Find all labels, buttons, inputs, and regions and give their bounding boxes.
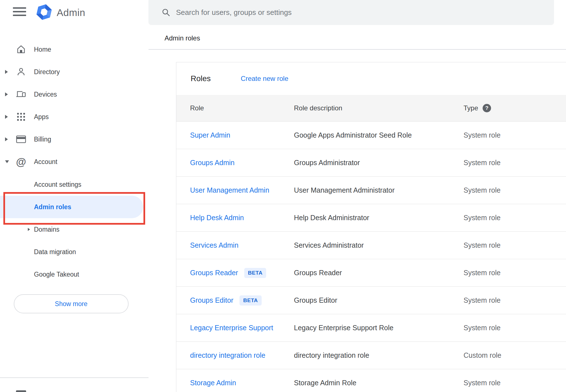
roles-title: Roles [191,74,211,83]
role-link[interactable]: User Management Admin [190,186,269,194]
sidebar-subitem-label: Google Takeout [34,271,79,278]
roles-card-header: Roles Create new role [176,62,566,95]
role-description-cell: Storage Admin Role [280,379,450,387]
at-icon: @ [16,156,26,167]
search-input[interactable] [175,8,554,17]
column-header-type: Type ? [450,104,566,112]
home-icon [16,44,26,55]
sidebar-item-label: Apps [34,113,49,121]
sidebar-item-label: Billing [34,136,51,143]
table-row: Legacy Enterprise Support Legacy Enterpr… [176,314,566,342]
role-link[interactable]: Super Admin [190,131,230,139]
hamburger-menu-icon[interactable] [13,7,26,17]
table-row: Help Desk Admin Help Desk Administrator … [176,204,566,232]
expand-right-icon[interactable] [28,228,30,231]
role-type-cell: Custom role [450,351,566,359]
role-link[interactable]: Groups Reader [190,269,238,277]
product-name: Admin [57,7,85,18]
table-row: Storage Admin Storage Admin Role System … [176,369,566,392]
table-row: directory integration role directory int… [176,342,566,369]
column-header-role-description: Role description [280,104,450,112]
role-type-cell: System role [450,186,566,194]
role-description-cell: Legacy Enterprise Support Role [280,324,450,332]
table-header-row: Role Role description Type ? [176,95,566,122]
role-type-cell: System role [450,214,566,222]
sidebar-subitem-label: Domains [34,226,60,233]
role-type-cell: System role [450,159,566,167]
role-link[interactable]: Legacy Enterprise Support [190,324,273,332]
cutoff-bottom-icon [16,390,26,392]
expand-right-icon[interactable] [5,137,8,141]
type-help-icon[interactable]: ? [483,104,491,112]
header-divider [149,49,566,50]
role-type-cell: System role [450,324,566,332]
search-bar[interactable] [149,0,554,25]
role-description-cell: Google Apps Administrator Seed Role [280,131,450,139]
expand-right-icon[interactable] [5,92,8,96]
breadcrumb: Admin roles [165,34,200,42]
show-more-button[interactable]: Show more [14,294,129,313]
sidebar-subitem-admin-roles[interactable]: Admin roles [0,196,149,218]
role-description-cell: Groups Administrator [280,159,450,167]
sidebar-subitem-account-settings[interactable]: Account settings [0,173,149,196]
table-row: User Management Admin User Management Ad… [176,177,566,204]
sidebar-item-label: Devices [34,91,57,98]
admin-hexagon-logo-icon [35,3,53,22]
sidebar-bottom-divider [0,377,149,378]
beta-badge: BETA [244,268,266,278]
table-row: Services Admin Services Administrator Sy… [176,232,566,259]
sidebar-subitem-label: Admin roles [34,203,71,211]
expand-right-icon[interactable] [5,70,8,74]
role-type-cell: System role [450,379,566,387]
role-type-cell: System role [450,131,566,139]
role-type-cell: System role [450,241,566,249]
role-link[interactable]: Groups Editor [190,296,233,304]
directory-icon [16,67,26,77]
devices-icon [16,89,26,100]
sidebar-item-billing[interactable]: Billing [0,128,149,151]
roles-table-body: Super Admin Google Apps Administrator Se… [176,122,566,392]
role-description-cell: Help Desk Administrator [280,214,450,222]
table-row: Super Admin Google Apps Administrator Se… [176,122,566,149]
role-description-cell: Groups Editor [280,296,450,304]
admin-logo[interactable]: Admin [35,4,85,22]
sidebar-subitem-data-migration[interactable]: Data migration [0,241,149,263]
sidebar-item-home[interactable]: Home [0,38,149,61]
sidebar-item-devices[interactable]: Devices [0,83,149,106]
sidebar-subitem-domains[interactable]: Domains [0,218,149,241]
billing-icon [16,134,26,145]
column-header-role: Role [176,104,280,112]
role-link[interactable]: directory integration role [190,351,265,359]
sidebar-item-directory[interactable]: Directory [0,61,149,83]
role-type-cell: System role [450,269,566,277]
role-link[interactable]: Groups Admin [190,159,234,167]
create-new-role-link[interactable]: Create new role [241,75,288,83]
role-description-cell: directory integration role [280,351,450,359]
role-description-cell: Services Administrator [280,241,450,249]
role-link[interactable]: Services Admin [190,241,238,249]
roles-card: Roles Create new role Role Role descript… [176,62,566,392]
sidebar-subitem-label: Account settings [34,181,81,188]
beta-badge: BETA [239,295,261,306]
sidebar-item-label: Home [34,46,51,53]
role-link[interactable]: Help Desk Admin [190,214,244,222]
sidebar-item-label: Directory [34,68,60,76]
role-description-cell: User Management Administrator [280,186,450,194]
role-description-cell: Groups Reader [280,269,450,277]
role-type-cell: System role [450,296,566,304]
sidebar-subitem-label: Data migration [34,248,76,256]
admin-console-screen: Admin Admin roles HomeDirectoryDevicesAp… [0,0,566,392]
expand-right-icon[interactable] [5,115,8,119]
apps-icon [16,111,26,122]
role-link[interactable]: Storage Admin [190,379,236,387]
table-row: Groups Admin Groups Administrator System… [176,149,566,177]
collapse-down-icon[interactable] [5,160,9,163]
table-row: Groups EditorBETA Groups Editor System r… [176,287,566,314]
sidebar-item-account[interactable]: @Account [0,151,149,173]
table-row: Groups ReaderBETA Groups Reader System r… [176,259,566,287]
sidebar-item-label: Account [34,158,57,166]
sidebar-subitem-google-takeout[interactable]: Google Takeout [0,263,149,286]
sidebar-item-apps[interactable]: Apps [0,106,149,128]
search-icon [161,8,170,17]
